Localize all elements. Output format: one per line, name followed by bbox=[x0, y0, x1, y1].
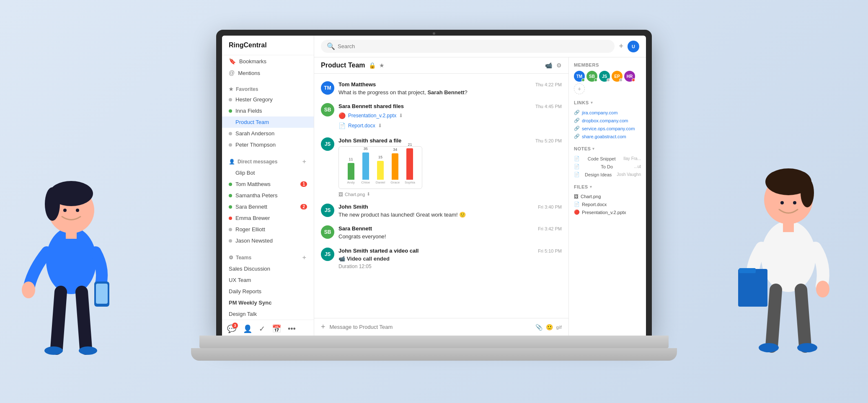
fav-item-name: Peter Thompson bbox=[235, 142, 307, 148]
laptop: RingCentral 🔖 Bookmarks @ Mentions bbox=[199, 30, 669, 373]
files-section: FILES ▾ 🖼 Chart.png 📄 Report.docx 🔴 Pres… bbox=[574, 184, 641, 216]
file-panel-item[interactable]: 📄 Report.docx bbox=[574, 200, 641, 208]
download-icon[interactable]: ⬇ bbox=[367, 191, 370, 197]
notes-collapse[interactable]: ▾ bbox=[592, 147, 595, 151]
emoji-icon[interactable]: 🙂 bbox=[546, 324, 553, 331]
favorites-list: Hester Gregory Inna Fields Product Team … bbox=[222, 94, 314, 150]
dm-add-button[interactable]: ＋ bbox=[301, 158, 307, 165]
note-author: ...ut bbox=[634, 164, 641, 169]
sidebar-dm-roger-elliott[interactable]: Roger Elliott bbox=[222, 224, 314, 235]
svg-point-22 bbox=[759, 343, 779, 352]
links-list: 🔗jira.company.com🔗dropbox.company.com🔗se… bbox=[574, 108, 641, 140]
file-attachment[interactable]: 🔴 Presentation_v.2.pptx ⬇ bbox=[338, 111, 562, 121]
msg-avatar: JS bbox=[321, 248, 334, 261]
msg-sender: Tom Matthews bbox=[338, 81, 376, 88]
sidebar-team-pm-weekly-sync[interactable]: PM Weekly Sync bbox=[222, 297, 314, 308]
chart-preview: 11 Andy 35 Chloe 15 Daniel 34 Grace bbox=[338, 146, 422, 189]
sidebar-team-sales-discussion[interactable]: Sales Discussion bbox=[222, 263, 314, 274]
sidebar-fav-inna-fields[interactable]: Inna Fields bbox=[222, 105, 314, 116]
sidebar-team-ux-team[interactable]: UX Team bbox=[222, 274, 314, 286]
fav-item-name: Sarah Anderson bbox=[235, 130, 307, 137]
gif-button[interactable]: gif bbox=[556, 325, 562, 330]
video-icon: 📹 bbox=[338, 256, 345, 262]
member-avatar: EP bbox=[612, 71, 623, 82]
status-dot bbox=[229, 183, 232, 186]
link-item[interactable]: 🔗jira.company.com bbox=[574, 108, 641, 116]
sidebar-fav-sarah-anderson[interactable]: Sarah Anderson bbox=[222, 128, 314, 139]
sidebar-team-daily-reports[interactable]: Daily Reports bbox=[222, 286, 314, 297]
svg-point-7 bbox=[22, 282, 35, 298]
search-input[interactable] bbox=[338, 43, 408, 49]
download-icon[interactable]: ⬇ bbox=[378, 123, 382, 129]
star-icon: ★ bbox=[229, 86, 233, 92]
files-list: 🖼 Chart.png 📄 Report.docx 🔴 Presentation… bbox=[574, 193, 641, 216]
message-input-area: + 📎 🙂 gif bbox=[314, 318, 568, 336]
laptop-bezel: RingCentral 🔖 Bookmarks @ Mentions bbox=[216, 30, 652, 336]
message-group: JS John Smith started a video call Fri 5… bbox=[321, 245, 562, 273]
msg-avatar: TM bbox=[321, 81, 334, 95]
message-group: JS John Smith Fri 3:40 PM The new produc… bbox=[321, 201, 562, 221]
file-panel-item[interactable]: 🔴 Presentation_v.2.pptx bbox=[574, 208, 641, 216]
chat-badge: 3 bbox=[232, 323, 238, 328]
notes-list: 📄 Code Snippet Ilay Fra... 📄 To Do ...ut… bbox=[574, 155, 641, 178]
note-item[interactable]: 📄 Design Ideas Josh Vaughn bbox=[574, 170, 641, 178]
sidebar-dm-tom-matthews[interactable]: Tom Matthews 1 bbox=[222, 178, 314, 190]
file-panel-item[interactable]: 🖼 Chart.png bbox=[574, 193, 641, 200]
sidebar-item-bookmarks[interactable]: 🔖 Bookmarks bbox=[222, 55, 314, 67]
svg-point-3 bbox=[45, 187, 60, 221]
bar-label: Chloe bbox=[361, 181, 370, 184]
link-item[interactable]: 🔗share.goabstract.com bbox=[574, 132, 641, 140]
video-icon[interactable]: 📹 bbox=[545, 62, 552, 69]
teams-add-button[interactable]: ＋ bbox=[301, 254, 307, 261]
file-attachment[interactable]: 📄 Report.docx ⬇ bbox=[338, 121, 562, 131]
sidebar-dm-jason-newsted[interactable]: Jason Newsted bbox=[222, 235, 314, 246]
more-icon[interactable]: ••• bbox=[288, 325, 296, 333]
sidebar-item-mentions[interactable]: @ Mentions bbox=[222, 67, 314, 79]
sidebar-fav-peter-thompson[interactable]: Peter Thompson bbox=[222, 139, 314, 150]
link-item[interactable]: 🔗dropbox.company.com bbox=[574, 116, 641, 124]
contacts-icon[interactable]: 👤 bbox=[243, 324, 252, 333]
download-icon[interactable]: ⬇ bbox=[399, 113, 403, 119]
msg-text: The new product has launched! Great work… bbox=[338, 211, 562, 219]
tasks-icon[interactable]: ✓ bbox=[259, 324, 265, 333]
member-avatar: SB bbox=[586, 71, 597, 82]
files-collapse[interactable]: ▾ bbox=[590, 185, 592, 189]
user-avatar[interactable]: U bbox=[628, 41, 639, 52]
note-item[interactable]: 📄 Code Snippet Ilay Fra... bbox=[574, 155, 641, 163]
msg-header: Sara Bennett shared files Thu 4:45 PM bbox=[338, 103, 562, 109]
attachment-icon[interactable]: 📎 bbox=[535, 324, 542, 331]
message-group: SB Sara Bennett shared files Thu 4:45 PM… bbox=[321, 101, 562, 133]
sidebar-fav-hester-gregory[interactable]: Hester Gregory bbox=[222, 94, 314, 105]
settings-icon[interactable]: ⚙ bbox=[556, 62, 562, 69]
sidebar-dm-sara-bennett[interactable]: Sara Bennett 2 bbox=[222, 201, 314, 212]
msg-sender: Sara Bennett bbox=[338, 225, 372, 232]
sidebar-team-design-talk[interactable]: Design Talk bbox=[222, 308, 314, 320]
image-icon: 🖼 bbox=[338, 192, 343, 197]
sidebar-dm-emma-brewer[interactable]: Emma Brewer bbox=[222, 212, 314, 224]
message-input[interactable] bbox=[330, 324, 531, 330]
file-type-icon: 📄 bbox=[574, 202, 580, 207]
calendar-icon[interactable]: 📅 bbox=[272, 324, 281, 333]
note-item[interactable]: 📄 To Do ...ut bbox=[574, 163, 641, 170]
add-button[interactable]: + bbox=[619, 42, 623, 51]
links-collapse[interactable]: ▾ bbox=[591, 101, 593, 105]
search-bar[interactable]: 🔍 bbox=[321, 40, 615, 53]
chart-bar bbox=[348, 163, 354, 180]
direct-messages-title: 👤 Direct messages ＋ bbox=[222, 154, 314, 167]
attach-button[interactable]: + bbox=[321, 323, 326, 331]
sidebar-dm-samantha-peters[interactable]: Samantha Peters bbox=[222, 190, 314, 201]
status-dot bbox=[229, 109, 232, 113]
chat-icon[interactable]: 💬 3 bbox=[227, 324, 236, 333]
member-avatar: HR bbox=[624, 71, 635, 82]
video-call-info: 📹 Video call ended Duration 12:05 bbox=[338, 255, 562, 270]
sidebar-fav-product-team[interactable]: Product Team bbox=[222, 116, 314, 128]
teams-icon: ⚙ bbox=[229, 255, 233, 261]
link-item[interactable]: 🔗service.ops.company.com bbox=[574, 124, 641, 132]
sidebar-dm-glip-bot[interactable]: Glip Bot bbox=[222, 167, 314, 178]
msg-header: John Smith shared a file Thu 5:20 PM bbox=[338, 137, 562, 144]
note-name: Code Snippet bbox=[588, 156, 616, 161]
note-author: Ilay Fra... bbox=[623, 156, 641, 161]
status-dot bbox=[229, 205, 232, 209]
add-member-button[interactable]: + bbox=[574, 83, 585, 94]
star-channel-icon[interactable]: ★ bbox=[379, 62, 385, 69]
